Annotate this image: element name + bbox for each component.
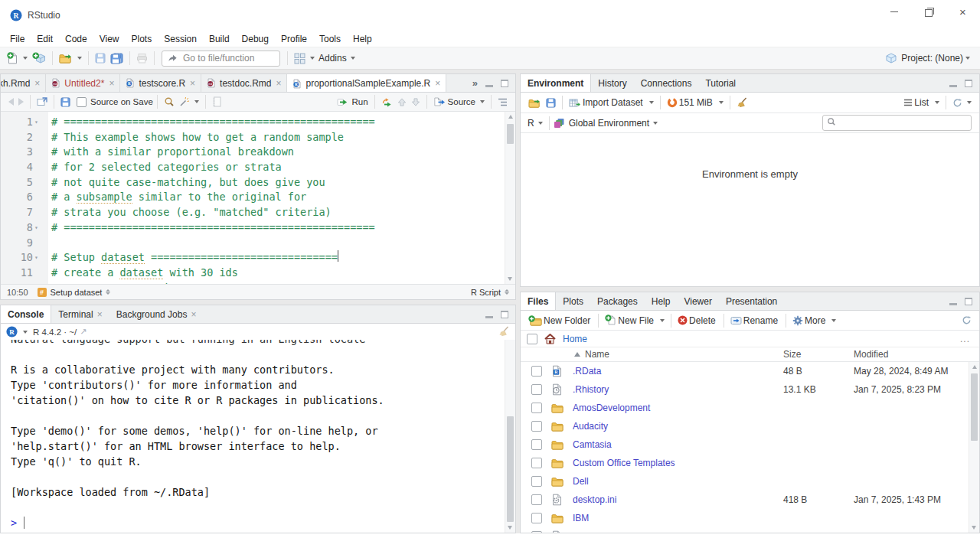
scroll-up-icon[interactable] [508, 115, 513, 119]
scroll-down-icon[interactable] [508, 277, 512, 281]
new-file-dropdown-caret[interactable] [660, 319, 665, 322]
file-checkbox[interactable] [531, 403, 542, 413]
file-checkbox[interactable] [531, 476, 542, 487]
more-dropdown-caret[interactable] [831, 319, 836, 322]
minimize-pane-icon[interactable] [949, 303, 957, 305]
maximize-pane-icon[interactable] [501, 311, 508, 318]
menu-plots[interactable]: Plots [126, 34, 158, 44]
go-to-next-chunk-button[interactable] [409, 96, 423, 108]
file-row[interactable]: desktop.ini 418 B Jan 7, 2025, 1:43 PM [521, 491, 979, 509]
addins-dropdown-caret[interactable] [351, 57, 355, 60]
minimize-pane-icon[interactable] [485, 316, 493, 318]
open-directory-icon[interactable]: ↗ [80, 327, 87, 337]
menu-code[interactable]: Code [59, 34, 93, 44]
menu-file[interactable]: File [4, 34, 31, 44]
tab-kh-rmd[interactable]: md kh.Rmd × [1, 74, 46, 92]
scope-dropdown-caret[interactable] [653, 122, 658, 125]
code-tools-dropdown-caret[interactable] [194, 100, 199, 103]
close-tab-icon[interactable]: × [191, 309, 196, 320]
tab-testscore-r[interactable]: R testscore.R × [120, 74, 201, 92]
fold-arrow-icon[interactable]: ▾ [33, 250, 45, 266]
open-file-dropdown-caret[interactable] [77, 57, 82, 60]
file-name-link[interactable]: desktop.ini [573, 494, 783, 505]
tab-environment[interactable]: Environment [521, 74, 591, 93]
find-replace-button[interactable] [162, 96, 177, 108]
maximize-pane-icon[interactable] [965, 298, 972, 305]
environment-search-input[interactable] [822, 115, 972, 131]
restore-button[interactable] [911, 0, 946, 24]
code-editor[interactable]: 1▾# ====================================… [1, 112, 515, 284]
tab-console[interactable]: Console [1, 305, 51, 324]
file-name-link[interactable]: AmosDevelopment [573, 403, 783, 413]
refresh-files-button[interactable] [959, 315, 974, 326]
project-menu[interactable]: Project: (None) [885, 53, 975, 64]
workspace-panes-button[interactable] [292, 52, 308, 65]
scrollbar-thumb[interactable] [971, 373, 978, 441]
save-workspace-button[interactable] [544, 97, 558, 109]
close-tab-icon[interactable]: × [190, 78, 195, 89]
tab-plots[interactable]: Plots [556, 292, 590, 310]
file-type-selector-icon[interactable] [505, 289, 509, 295]
minimize-button[interactable] [877, 0, 911, 24]
more-button[interactable]: More [790, 315, 829, 327]
source-dropdown-caret[interactable] [480, 100, 485, 103]
go-to-previous-chunk-button[interactable] [395, 96, 409, 108]
console-prompt-row[interactable]: > [11, 515, 515, 530]
new-file-button[interactable] [5, 51, 21, 65]
console-output[interactable]: Natural language support but running in … [1, 340, 515, 533]
menu-build[interactable]: Build [203, 34, 236, 44]
maximize-pane-icon[interactable] [501, 80, 508, 87]
editor-scrollbar[interactable] [505, 112, 515, 284]
import-dropdown-caret[interactable] [649, 101, 654, 104]
run-button[interactable]: Run [335, 96, 370, 108]
tab-files[interactable]: Files [521, 292, 556, 311]
file-checkbox[interactable] [531, 439, 542, 450]
tab-tutorial[interactable]: Tutorial [698, 74, 743, 92]
document-outline-button[interactable] [495, 97, 510, 107]
close-tab-icon[interactable]: × [34, 78, 40, 89]
close-tab-icon[interactable]: × [109, 78, 114, 89]
view-mode-button[interactable]: List [901, 96, 933, 109]
new-folder-button[interactable]: New Folder [526, 315, 594, 327]
fold-arrow-icon[interactable]: ▾ [33, 220, 45, 236]
modified-column-header[interactable]: Modified [854, 349, 979, 360]
close-tab-icon[interactable]: × [276, 78, 281, 89]
minimize-pane-icon[interactable] [485, 85, 493, 87]
panes-dropdown-caret[interactable] [310, 57, 315, 60]
tab-help[interactable]: Help [645, 292, 678, 310]
new-file-dropdown-caret[interactable] [23, 57, 28, 60]
view-mode-dropdown-caret[interactable] [935, 101, 939, 104]
addins-button[interactable]: Addins [318, 53, 347, 64]
file-checkbox[interactable] [531, 458, 542, 468]
r-version-dropdown-caret[interactable] [23, 331, 28, 334]
file-checkbox[interactable] [531, 384, 542, 395]
file-checkbox[interactable] [531, 531, 542, 533]
file-name-link[interactable]: Camtasia [573, 439, 783, 450]
memory-usage-button[interactable]: 151 MiB [665, 96, 717, 109]
minimize-pane-icon[interactable] [949, 85, 957, 87]
source-button[interactable]: Source [431, 96, 478, 108]
file-checkbox[interactable] [531, 421, 542, 432]
load-workspace-button[interactable] [526, 97, 544, 109]
breadcrumb-more-button[interactable]: ... [960, 334, 973, 344]
source-on-save-checkbox[interactable] [77, 97, 87, 107]
file-name-link[interactable]: Custom Office Templates [573, 458, 783, 468]
language-dropdown-caret[interactable] [538, 122, 543, 125]
open-in-new-window-button[interactable] [34, 96, 50, 107]
file-name-link[interactable]: Audacity [573, 421, 783, 432]
tab-overflow-button[interactable]: » [472, 77, 478, 89]
import-dataset-button[interactable]: Import Dataset [567, 96, 647, 109]
scroll-down-icon[interactable] [508, 526, 512, 530]
maximize-pane-icon[interactable] [965, 80, 972, 87]
scroll-down-icon[interactable] [972, 526, 976, 530]
menu-debug[interactable]: Debug [236, 34, 275, 44]
scrollbar-thumb[interactable] [507, 416, 514, 522]
file-row[interactable]: R .RData 48 B May 28, 2024, 8:49 AM [521, 362, 979, 380]
tab-history[interactable]: History [591, 74, 633, 92]
file-row[interactable]: Camtasia [521, 435, 979, 454]
new-project-button[interactable] [30, 51, 48, 65]
clear-environment-button[interactable] [734, 96, 750, 109]
file-row[interactable]: .Rhistory 13.1 KB Jan 7, 2025, 8:23 PM [521, 380, 979, 399]
scope-selector[interactable]: Global Environment [569, 118, 649, 129]
tab-untitled2[interactable]: md Untitled2* × [46, 74, 120, 92]
